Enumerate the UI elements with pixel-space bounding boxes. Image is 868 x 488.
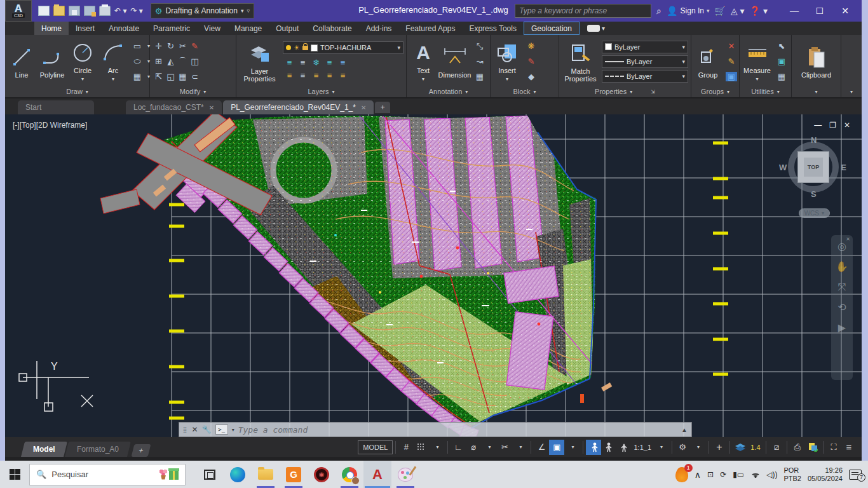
task-view-button[interactable] bbox=[196, 461, 224, 488]
layer-unlock-icon[interactable] bbox=[302, 46, 308, 50]
polar-tracking-toggle[interactable]: ⌀ bbox=[466, 440, 481, 455]
grid-display-toggle[interactable]: # bbox=[398, 440, 414, 455]
tray-expand-chevron[interactable]: ∧ bbox=[695, 470, 701, 480]
file-tab-close-icon[interactable]: ✕ bbox=[361, 104, 366, 111]
quick-properties-toggle[interactable]: ⧄ bbox=[769, 440, 784, 455]
drawing-canvas[interactable] bbox=[5, 114, 862, 437]
ellipse-icon[interactable]: ⬭ bbox=[133, 57, 140, 65]
redo-icon[interactable]: ↷ ▾ bbox=[130, 6, 142, 15]
layer-color-swatch[interactable] bbox=[311, 44, 318, 51]
command-recent-caret[interactable]: ▾ bbox=[232, 427, 234, 433]
panel-clipboard-footer[interactable]: ▾ bbox=[792, 86, 841, 97]
zoom-extents-icon[interactable]: ⤧ bbox=[838, 282, 846, 292]
taskbar-search[interactable]: 🔍 Pesquisar bbox=[29, 464, 186, 485]
text-dropdown-icon[interactable]: ▾ bbox=[422, 76, 424, 83]
measure-dropdown-icon[interactable]: ▾ bbox=[756, 76, 758, 83]
viewcube-north[interactable]: N bbox=[811, 135, 817, 145]
plot-status-icon[interactable]: ⎙ bbox=[790, 440, 805, 455]
taskbar-file-explorer[interactable] bbox=[252, 461, 280, 488]
clean-screen-toggle[interactable]: ⛶ bbox=[826, 440, 841, 455]
panel-utilities-footer[interactable]: Utilities ▾ bbox=[740, 86, 791, 97]
annotation-monitor-plus[interactable]: + bbox=[712, 440, 727, 455]
pan-icon[interactable]: ✋ bbox=[836, 262, 848, 272]
erase-icon[interactable]: ✎ bbox=[191, 42, 198, 50]
leader-icon[interactable]: ⤡ bbox=[477, 42, 483, 50]
tab-home[interactable]: Home bbox=[34, 22, 69, 35]
maximize-button[interactable]: ☐ bbox=[807, 6, 832, 16]
object-snap-toggle[interactable]: ▣ bbox=[549, 440, 564, 455]
table-icon[interactable]: ▦ bbox=[476, 72, 484, 81]
layout-tab-model[interactable]: Model bbox=[21, 442, 67, 457]
clipboard-button[interactable]: Clipboard bbox=[799, 44, 833, 79]
panel-groups-footer[interactable]: Groups ▾ bbox=[691, 86, 739, 97]
layer-unlock2-icon[interactable]: ≡ bbox=[327, 71, 332, 79]
rectangle-icon[interactable]: ▭ bbox=[133, 42, 141, 50]
annotation-visibility-toggle[interactable] bbox=[586, 440, 601, 455]
start-button[interactable] bbox=[0, 461, 29, 488]
command-history-up-icon[interactable]: ▲ bbox=[681, 426, 688, 433]
isodraft-toggle[interactable]: ∠ bbox=[534, 440, 549, 455]
update-notification-icon[interactable]: 1 bbox=[675, 467, 688, 482]
file-tab-georreferenciado[interactable]: PL_Georreferenciado_Rev04EV_1_* ✕ bbox=[223, 100, 374, 114]
scale-icon[interactable]: ◱ bbox=[166, 72, 174, 81]
sign-in-button[interactable]: 👤 Sign In ▾ bbox=[667, 6, 709, 16]
new-file-icon[interactable] bbox=[38, 6, 50, 16]
save-icon[interactable] bbox=[69, 6, 80, 16]
viewport-restore-icon[interactable]: ❐ bbox=[829, 121, 836, 130]
taskbar-paint-app[interactable] bbox=[391, 461, 419, 488]
navigation-wheel-icon[interactable]: ◎ bbox=[837, 241, 846, 252]
drawing-viewport[interactable]: [-][Top][2D Wireframe] — ❐ ✕ N S W E TOP… bbox=[5, 114, 862, 437]
stretch-icon[interactable]: ⇱ bbox=[155, 72, 162, 81]
tab-annotate[interactable]: Annotate bbox=[102, 22, 146, 35]
tab-add-ins[interactable]: Add-ins bbox=[359, 22, 399, 35]
layer-match-icon[interactable]: ≡ bbox=[301, 58, 306, 67]
application-menu-button[interactable]: A C3D bbox=[5, 0, 32, 22]
autoscale-toggle[interactable] bbox=[601, 440, 616, 455]
select-similar-icon[interactable]: ▣ bbox=[778, 57, 785, 65]
color-dropdown[interactable]: ByLayer ▾ bbox=[602, 41, 688, 53]
circle-dropdown-icon[interactable]: ▾ bbox=[81, 76, 84, 83]
save-as-icon[interactable] bbox=[84, 6, 95, 16]
language-indicator[interactable]: POR PTB2 bbox=[783, 466, 801, 483]
annotation-scale-icon-button[interactable] bbox=[616, 440, 632, 455]
move-icon[interactable]: ✛ bbox=[155, 42, 162, 50]
tray-device-icon[interactable]: ⊡ bbox=[707, 470, 714, 479]
command-input[interactable]: Type a command bbox=[238, 425, 308, 435]
layer-properties-button[interactable]: Layer Properties bbox=[239, 40, 280, 83]
polyline-button[interactable]: Polyline bbox=[38, 44, 66, 79]
array-icon[interactable]: ▦ bbox=[179, 72, 186, 81]
isolate-objects-layers-icon[interactable] bbox=[733, 440, 748, 455]
tab-insert[interactable]: Insert bbox=[69, 22, 102, 35]
viewport-minimize-icon[interactable]: — bbox=[814, 121, 822, 130]
customization-menu[interactable]: ≡ bbox=[841, 440, 857, 455]
panel-draw-footer[interactable]: Draw ▾ bbox=[5, 86, 149, 97]
layer-dropdown[interactable]: ☀ TOP-HACHURA ▾ bbox=[283, 41, 403, 54]
taskbar-security-app[interactable]: ◉ bbox=[308, 461, 336, 488]
tray-wifi-icon[interactable] bbox=[750, 471, 760, 478]
taskbar-autocad[interactable]: A bbox=[363, 461, 391, 488]
command-line-close-icon[interactable]: ✕ bbox=[192, 425, 198, 434]
layer-lock-icon[interactable]: ≡ bbox=[327, 58, 332, 67]
tab-manage[interactable]: Manage bbox=[227, 22, 269, 35]
app-store-cart-icon[interactable]: 🛒 bbox=[714, 6, 725, 16]
lineweight-dropdown[interactable]: ByLayer ▾ bbox=[602, 55, 688, 68]
panel-properties-launcher-icon[interactable]: ⇲ bbox=[651, 89, 655, 95]
insert-button[interactable]: Insert ▾ bbox=[493, 39, 521, 84]
help-icon[interactable]: ❓ ▾ bbox=[750, 6, 768, 16]
plot-icon[interactable] bbox=[99, 6, 111, 16]
arc-button[interactable]: Arc ▾ bbox=[99, 39, 127, 84]
viewcube-south[interactable]: S bbox=[811, 189, 817, 199]
annotation-scale-value[interactable]: 1:1_1 bbox=[632, 440, 653, 455]
tab-featured-apps[interactable]: Featured Apps bbox=[398, 22, 462, 35]
tab-express-tools[interactable]: Express Tools bbox=[462, 22, 523, 35]
ungroup-icon[interactable]: ✕ bbox=[728, 42, 735, 50]
object-snap-tracking-toggle[interactable]: ✂ bbox=[497, 440, 512, 455]
insert-dropdown-icon[interactable]: ▾ bbox=[506, 76, 508, 83]
tab-output[interactable]: Output bbox=[269, 22, 306, 35]
qat-dropdown-icon[interactable]: ▿ bbox=[247, 8, 250, 14]
hatch-icon[interactable]: ▦ bbox=[133, 72, 141, 81]
viewcube-east[interactable]: E bbox=[841, 163, 846, 172]
tab-collaborate[interactable]: Collaborate bbox=[306, 22, 358, 35]
layer-make-current-icon[interactable]: ≡ bbox=[341, 58, 346, 67]
clock[interactable]: 19:26 05/05/2024 bbox=[808, 466, 843, 483]
